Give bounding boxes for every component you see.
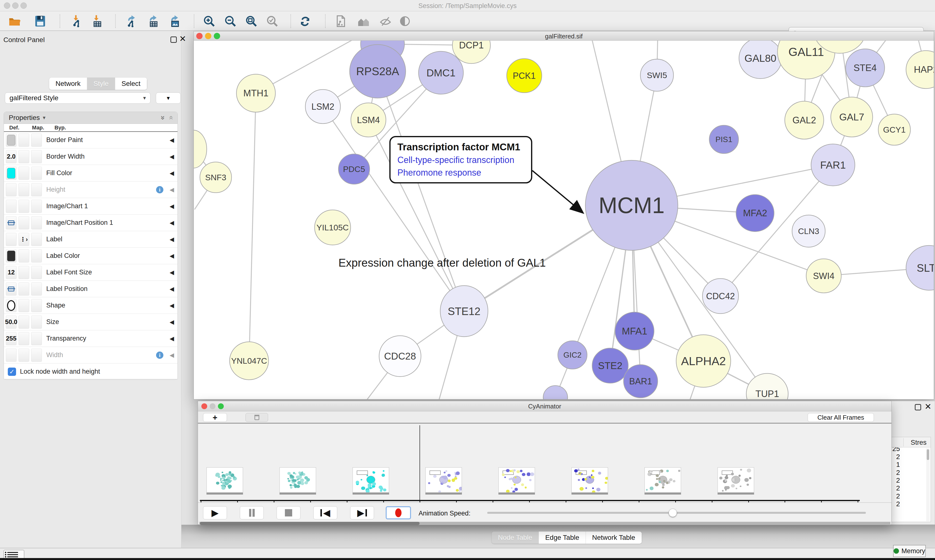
apply-layout-button[interactable]	[297, 14, 313, 28]
edge-rps28a-ste12[interactable]	[378, 71, 464, 311]
float-panel-icon[interactable]	[170, 37, 177, 43]
cyanimator-titlebar[interactable]: CyAnimator	[198, 401, 892, 411]
frame-thumbnail-3[interactable]	[425, 467, 462, 492]
delete-frame-button[interactable]	[245, 413, 268, 422]
node-GCY1[interactable]: GCY1	[878, 114, 910, 145]
default-value-cell[interactable]	[6, 216, 17, 229]
memory-button[interactable]: Memory	[893, 545, 926, 557]
mapping-cell[interactable]	[19, 150, 29, 163]
lock-size-row[interactable]: ✓ Lock node width and height	[4, 364, 178, 379]
expand-arrow-icon[interactable]: ◀	[170, 335, 174, 342]
node-MFA2[interactable]: MFA2	[736, 195, 774, 232]
close-panel-icon[interactable]: ✕	[924, 403, 932, 410]
property-row-width[interactable]: Widthi◀	[4, 347, 177, 363]
node-cutbot[interactable]	[543, 386, 568, 399]
column-divider[interactable]	[903, 438, 904, 446]
style-selector-dropdown[interactable]: galFiltered Style ▾	[5, 92, 150, 104]
node-leftcut[interactable]	[194, 130, 207, 168]
bypass-cell[interactable]	[31, 200, 42, 213]
export-image-button[interactable]	[167, 14, 183, 28]
tab-edge-table[interactable]: Edge Table	[539, 532, 586, 544]
import-table-button[interactable]	[89, 14, 105, 28]
bypass-cell[interactable]	[31, 134, 42, 147]
bypass-cell[interactable]	[31, 349, 42, 362]
expand-arrow-icon[interactable]: ◀	[170, 302, 174, 309]
edge-mth1-ynl047c[interactable]	[249, 93, 256, 361]
node-MTH1[interactable]: MTH1	[236, 74, 275, 112]
node-GAL7[interactable]: GAL7	[831, 97, 873, 137]
close-panel-icon[interactable]: ✕	[179, 35, 186, 42]
tab-network-table[interactable]: Network Table	[586, 532, 642, 544]
property-row-height[interactable]: Heighti◀	[4, 182, 177, 198]
mapping-cell[interactable]	[19, 200, 29, 213]
node-SWI5[interactable]: SWI5	[640, 59, 673, 91]
frame-thumbnail-5[interactable]	[571, 467, 608, 492]
expand-arrow-icon[interactable]: ◀	[170, 352, 174, 358]
node-BAR1[interactable]: BAR1	[623, 365, 658, 398]
node-YIL105C[interactable]: YIL105C	[315, 210, 350, 245]
property-row-border-paint[interactable]: Border Paint◀	[4, 132, 177, 148]
mapping-cell[interactable]	[19, 183, 29, 196]
node-GAL80[interactable]: GAL80	[739, 41, 782, 78]
property-row-label-color[interactable]: Label Color◀	[4, 248, 177, 264]
tab-node-table[interactable]: Node Table	[492, 532, 539, 544]
home-button[interactable]	[356, 14, 371, 28]
tab-select[interactable]: Select	[115, 78, 147, 90]
open-session-button[interactable]	[7, 14, 23, 28]
clear-all-frames-button[interactable]: Clear All Frames	[808, 413, 874, 422]
default-value-cell[interactable]	[6, 299, 17, 312]
skip-start-button[interactable]: ▶	[313, 506, 337, 519]
play-button[interactable]: ▶	[203, 506, 227, 519]
expand-arrow-icon[interactable]: ◀	[170, 137, 174, 143]
node-TUP1[interactable]: TUP1	[746, 374, 788, 399]
skip-end-button[interactable]: ▶	[350, 506, 374, 519]
mcm1-annotation-box[interactable]: Transcription factor MCM1 Cell-type-spec…	[389, 136, 532, 183]
annotation-link[interactable]: Cell-type-specific transcription	[397, 155, 524, 165]
lock-size-checkbox[interactable]: ✓	[8, 368, 16, 376]
node-PDC5[interactable]: PDC5	[338, 154, 370, 184]
node-STE4[interactable]: STE4	[846, 49, 885, 87]
export-network-button[interactable]	[124, 14, 140, 28]
bypass-cell[interactable]	[31, 266, 42, 279]
mapping-cell[interactable]	[19, 332, 29, 345]
node-CDC28[interactable]: CDC28	[379, 336, 421, 377]
properties-header[interactable]: Properties ▾ » »	[4, 112, 177, 124]
mapping-cell[interactable]	[19, 299, 29, 312]
network-window-titlebar[interactable]: galFiltered.sif	[194, 31, 934, 41]
node-ALPHA2[interactable]: ALPHA2	[676, 335, 731, 387]
tab-style[interactable]: Style	[87, 78, 115, 90]
default-value-cell[interactable]	[6, 167, 17, 180]
node-STE2[interactable]: STE2	[592, 348, 628, 383]
expand-all-icon[interactable]: »	[159, 116, 167, 120]
mapping-cell[interactable]	[19, 266, 29, 279]
expand-arrow-icon[interactable]: ◀	[170, 286, 174, 292]
node-HAP2[interactable]: HAP2	[906, 51, 934, 89]
node-LSM4[interactable]: LSM4	[351, 103, 386, 137]
hide-eye-button[interactable]	[378, 14, 393, 28]
property-row-border-width[interactable]: 2.0Border Width◀	[4, 148, 177, 165]
slider-knob[interactable]	[669, 509, 677, 517]
expand-arrow-icon[interactable]: ◀	[170, 269, 174, 276]
expand-arrow-icon[interactable]: ◀	[170, 252, 174, 259]
mapping-cell[interactable]	[19, 134, 29, 147]
default-value-cell[interactable]: 255	[6, 332, 17, 345]
mapping-cell[interactable]	[19, 249, 29, 263]
bypass-cell[interactable]	[31, 150, 42, 163]
node-SWI4[interactable]: SWI4	[806, 259, 841, 293]
scrollbar-thumb[interactable]	[200, 522, 420, 525]
zoom-out-button[interactable]	[222, 14, 238, 28]
property-row-label[interactable]: ⋮›Label◀	[4, 231, 177, 248]
mapping-cell[interactable]	[19, 216, 29, 229]
node-PCK1[interactable]: PCK1	[507, 58, 542, 93]
default-value-cell[interactable]	[6, 134, 17, 147]
scrollbar-thumb[interactable]	[927, 449, 929, 460]
annotation-link[interactable]: Pheromone response	[397, 168, 524, 178]
bypass-cell[interactable]	[31, 282, 42, 295]
node-SLT2[interactable]: SLT2	[906, 245, 934, 290]
frame-thumbnail-1[interactable]	[279, 467, 316, 492]
default-value-cell[interactable]	[6, 200, 17, 213]
node-MFA1[interactable]: MFA1	[615, 312, 654, 350]
property-row-transparency[interactable]: 255Transparency◀	[4, 330, 177, 347]
node-STE12[interactable]: STE12	[440, 286, 488, 337]
node-YNL047C[interactable]: YNL047C	[230, 342, 268, 380]
